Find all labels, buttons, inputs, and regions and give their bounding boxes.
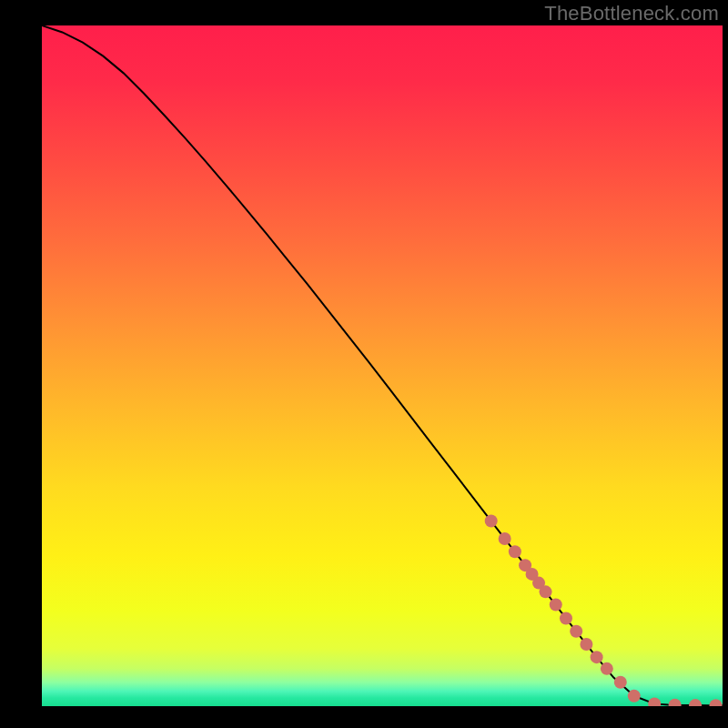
data-marker xyxy=(601,662,613,675)
data-marker xyxy=(499,532,511,545)
plot-area xyxy=(42,25,723,706)
data-marker xyxy=(560,612,572,625)
data-marker xyxy=(591,651,603,663)
source-attribution: TheBottleneck.com xyxy=(544,2,719,25)
data-marker xyxy=(580,638,592,651)
data-marker xyxy=(614,676,627,689)
chart-svg xyxy=(42,25,723,706)
data-marker xyxy=(540,585,552,598)
data-marker xyxy=(509,545,521,558)
data-marker xyxy=(485,515,498,528)
chart-stage: TheBottleneck.com xyxy=(0,0,728,728)
data-marker xyxy=(628,690,641,703)
gradient-background xyxy=(42,25,723,706)
data-marker xyxy=(570,625,582,638)
data-marker xyxy=(550,599,562,612)
